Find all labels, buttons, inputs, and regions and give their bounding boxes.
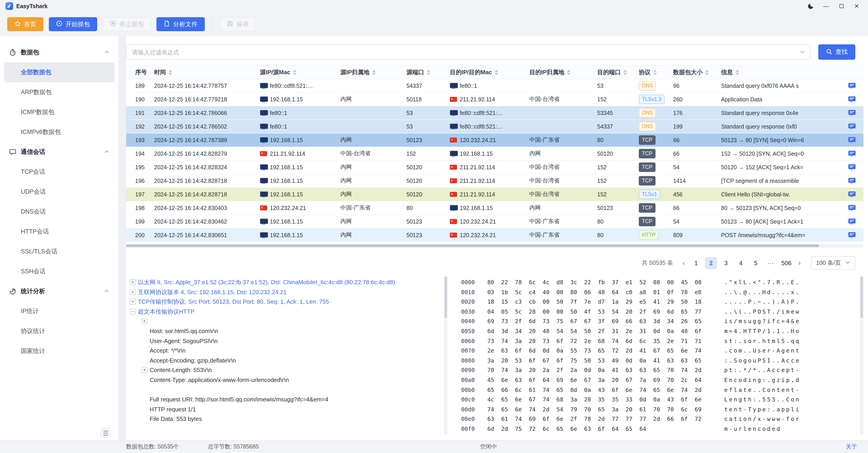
tree-line[interactable]: File Data: 553 bytes [126, 414, 444, 424]
sort-icon[interactable] [653, 69, 657, 75]
sort-icon[interactable] [567, 69, 571, 75]
packet-row-190[interactable]: 190 2024-12-25 16:14:42.779218 192.168.1… [126, 93, 864, 106]
hex-row-0050[interactable]: 00506d 3d 34 20 48 54 54 50 2f 31 2e 31 … [461, 326, 860, 336]
close-button[interactable]: ✕ [849, 0, 864, 12]
packet-row-197[interactable]: 197 2024-12-25 16:14:42.828718 192.168.1… [126, 188, 864, 201]
message-icon[interactable] [848, 82, 856, 89]
collapse-toggle-icon[interactable]: − [130, 309, 135, 314]
tree-line[interactable]: Accept: */*\r\n [126, 346, 444, 356]
message-icon[interactable] [848, 231, 856, 239]
chevron-down-icon[interactable] [800, 49, 805, 55]
sort-icon[interactable] [372, 69, 376, 75]
hex-row-0080[interactable]: 00803a 20 53 6f 67 6f 75 50 53 49 0d 0a … [461, 356, 860, 365]
column-header-7[interactable]: 目的端口 [594, 68, 635, 76]
message-icon[interactable] [848, 109, 856, 116]
page-button-2[interactable]: 2 [705, 257, 717, 269]
tree-line[interactable]: −超文本传输协议HTTP [126, 307, 444, 316]
scrollbar-thumb[interactable] [444, 277, 447, 318]
scrollbar-thumb[interactable] [126, 244, 819, 247]
sidebar-item-HTTP会话[interactable]: HTTP会话 [4, 222, 114, 242]
page-button-5[interactable]: 5 [749, 257, 762, 269]
packet-row-192[interactable]: 192 2024-12-25 16:14:42.786502 fe80::1 5… [126, 120, 864, 134]
tree-line[interactable]: +互联网协议版本 4, Src: 192.168.1.15, Dst: 120.… [126, 287, 444, 297]
packet-row-194[interactable]: 194 2024-12-25 16:14:42.828279 211.21.92… [126, 147, 864, 161]
packet-row-198[interactable]: 198 2024-12-25 16:14:42.830403 120.232.2… [126, 201, 864, 215]
scrollbar-thumb[interactable] [860, 277, 863, 318]
message-icon[interactable] [848, 164, 856, 171]
hex-row-00d0[interactable]: 00d074 65 6e 74 2d 54 79 70 65 3a 20 61 … [461, 404, 860, 414]
tree-line[interactable]: +Content-Length: 553\r\n [126, 365, 444, 375]
expand-toggle-icon[interactable]: + [142, 318, 147, 324]
column-header-5[interactable]: 目的IP/目的Mac [446, 68, 526, 76]
message-icon[interactable] [848, 150, 856, 157]
message-icon[interactable] [848, 96, 856, 103]
tree-scrollbar[interactable] [444, 276, 447, 435]
sidebar-item-ICMPv6数据包[interactable]: ICMPv6数据包 [4, 122, 114, 142]
hex-row-0040[interactable]: 004069 73 2f 6d 73 75 67 67 3f 69 66 63 … [461, 316, 860, 326]
expand-toggle-icon[interactable]: + [130, 289, 135, 295]
hex-row-0090[interactable]: 009070 74 3a 20 2a 2f 2a 0d 0a 41 63 63 … [461, 365, 860, 375]
page-button-1[interactable]: 1 [690, 257, 702, 269]
sidebar-section-header-1[interactable]: 通信会话 [0, 142, 119, 162]
column-header-0[interactable]: 序号 [126, 68, 151, 76]
sidebar-item-TCP会话[interactable]: TCP会话 [4, 162, 114, 182]
sidebar-item-SSL/TLS会话[interactable]: SSL/TLS会话 [4, 242, 114, 261]
hex-row-00a0[interactable]: 00a045 6e 63 6f 64 69 6e 67 3a 20 67 7a … [461, 375, 860, 385]
sort-icon[interactable] [495, 69, 498, 75]
sidebar-section-header-2[interactable]: 统计分析 [0, 282, 119, 302]
tree-line[interactable]: Content-Type: application/x-www-form-url… [126, 375, 444, 385]
sidebar-item-SSH会话[interactable]: SSH会话 [4, 261, 114, 282]
packet-row-195[interactable]: 195 2024-12-25 16:14:42.828324 192.168.1… [126, 161, 864, 174]
collapse-sidebar-button[interactable] [101, 428, 110, 437]
expand-toggle-icon[interactable]: + [130, 299, 135, 305]
message-icon[interactable] [848, 218, 856, 225]
next-page-button[interactable]: › [796, 259, 803, 267]
sidebar-item-全部数据包[interactable]: 全部数据包 [4, 62, 114, 82]
packet-row-191[interactable]: 191 2024-12-25 16:14:42.786066 fe80::1 5… [126, 106, 864, 120]
tree-line[interactable]: Accept-Encoding: gzip,deflate\r\n [126, 356, 444, 365]
sidebar-item-DNS会话[interactable]: DNS会话 [4, 202, 114, 222]
sort-icon[interactable] [427, 69, 430, 75]
sort-icon[interactable] [168, 69, 172, 75]
start-capture-button[interactable]: 开始抓包 [49, 17, 97, 31]
sort-icon[interactable] [623, 69, 627, 75]
hex-row-00c0[interactable]: 00c04c 65 6e 67 74 68 3a 20 35 35 33 0d … [461, 395, 860, 404]
maximize-button[interactable] [834, 0, 849, 12]
home-button[interactable]: 首页 [7, 17, 43, 31]
tree-line[interactable]: Host: sor.html5.qq.com\r\n [126, 326, 444, 336]
packet-row-193[interactable]: 193 2024-12-25 16:14:42.787389 192.168.1… [126, 134, 864, 147]
dark-mode-toggle-icon[interactable] [803, 0, 818, 12]
tree-line[interactable] [126, 385, 444, 395]
tree-line[interactable]: Full request URI: http://sor.html5.qq.co… [126, 395, 444, 404]
hex-row-0010[interactable]: 001003 1b 5c c4 40 00 80 06 48 64 c0 a8 … [461, 287, 860, 297]
expand-toggle-icon[interactable]: + [130, 279, 135, 285]
column-header-1[interactable]: 时间 [151, 68, 256, 76]
hex-row-0070[interactable]: 00702e 63 6f 6d 0d 0a 55 73 65 72 2d 41 … [461, 346, 860, 356]
column-header-4[interactable]: 源端口 [403, 68, 446, 76]
column-header-10[interactable]: 信息 [717, 68, 847, 76]
tree-line[interactable]: User-Agent: SogouPSI\r\n [126, 336, 444, 346]
search-button[interactable]: 查找 [818, 44, 855, 60]
sidebar-item-ARP数据包[interactable]: ARP数据包 [4, 82, 114, 102]
hex-scrollbar[interactable] [860, 276, 864, 435]
message-icon[interactable] [848, 123, 856, 130]
page-size-select[interactable]: 100 条/页 [811, 256, 855, 270]
sidebar-item-ICMP数据包[interactable]: ICMP数据包 [4, 102, 114, 122]
hex-row-0060[interactable]: 006073 74 3a 20 73 6f 72 2e 68 74 6d 6c … [461, 336, 860, 346]
tree-line[interactable]: +TCP传输控制协议, Src Port: 50123, Dst Port: 8… [126, 297, 444, 307]
message-icon[interactable] [848, 137, 856, 144]
filter-input[interactable] [126, 44, 811, 60]
minimize-button[interactable]: — [818, 0, 834, 12]
sort-icon[interactable] [293, 69, 297, 75]
column-header-6[interactable]: 目的IP归属地 [526, 68, 594, 76]
page-button-506[interactable]: 506 [779, 257, 793, 269]
message-icon[interactable] [848, 204, 856, 211]
sidebar-item-协议统计[interactable]: 协议统计 [4, 321, 114, 341]
message-icon[interactable] [848, 177, 856, 185]
packet-row-189[interactable]: 189 2024-12-25 16:14:42.778757 fe80::cdf… [126, 79, 864, 93]
column-header-3[interactable]: 源IP归属地 [337, 68, 403, 76]
message-icon[interactable] [848, 191, 856, 198]
tree-line[interactable]: + [126, 316, 444, 326]
hex-row-00b0[interactable]: 00b065 66 6c 61 74 65 0d 0a 43 6f 6e 74 … [461, 385, 860, 395]
expand-toggle-icon[interactable]: + [142, 367, 147, 373]
